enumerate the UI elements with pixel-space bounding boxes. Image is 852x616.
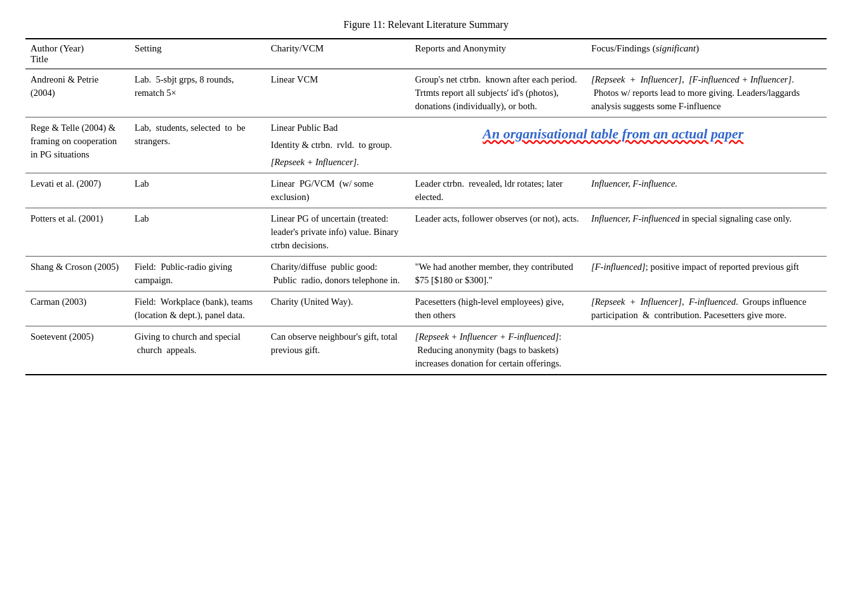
cell-reports: Leader ctrbn. revealed, ldr rotates; lat… (410, 173, 587, 208)
cell-setting: Field: Workplace (bank), teams (location… (130, 291, 266, 326)
cell-setting: Field: Public-radio giving campaign. (130, 257, 266, 291)
cell-focus: Influencer, F-influenced in special sign… (586, 208, 827, 257)
table-row: Potters et al. (2001) Lab Linear PG of u… (25, 208, 827, 257)
cell-setting: Lab. 5-sbjt grps, 8 rounds, rematch 5× (130, 69, 266, 117)
cell-charity-overlay: Linear Public Bad Identity & ctrbn. rvld… (266, 117, 827, 173)
cell-charity: Charity/diffuse public good: Public radi… (266, 257, 410, 291)
col-header-setting: Setting (130, 39, 266, 69)
cell-charity: Charity (United Way). (266, 291, 410, 326)
table-row: Andreoni & Petrie (2004) Lab. 5-sbjt grp… (25, 69, 827, 117)
cell-author: Shang & Croson (2005) (25, 257, 130, 291)
cell-author: Levati et al. (2007) (25, 173, 130, 208)
cell-reports: "We had another member, they contributed… (410, 257, 587, 291)
cell-setting: Giving to church and special church appe… (130, 326, 266, 375)
cell-focus: [Repseek + Influencer], [F-influenced + … (586, 69, 827, 117)
table-row: Shang & Croson (2005) Field: Public-radi… (25, 257, 827, 291)
col-header-charity: Charity/VCM (266, 39, 410, 69)
cell-author: Soetevent (2005) (25, 326, 130, 375)
overlay-annotation: An organisational table from an actual p… (483, 126, 743, 142)
table-row: Levati et al. (2007) Lab Linear PG/VCM (… (25, 173, 827, 208)
table-row: Rege & Telle (2004) & framing on coopera… (25, 117, 827, 173)
cell-author: Carman (2003) (25, 291, 130, 326)
cell-focus-text: [Repseek + Influencer]. (271, 156, 392, 169)
figure-title: Figure 11: Relevant Literature Summary (25, 19, 827, 30)
cell-reports: Pacesetters (high-level employees) give,… (410, 291, 587, 326)
table-header-row: Author (Year)Title Setting Charity/VCM R… (25, 39, 827, 69)
cell-focus: Influencer, F-influence. (586, 173, 827, 208)
cell-setting: Lab (130, 173, 266, 208)
cell-reports-text: Identity & ctrbn. rvld. to group. (271, 138, 392, 152)
col-header-reports: Reports and Anonymity (410, 39, 587, 69)
cell-charity-text: Linear Public Bad (271, 121, 392, 135)
cell-author: Rege & Telle (2004) & framing on coopera… (25, 117, 130, 173)
cell-reports: [Repseek + Influencer + F-influenced]: R… (410, 326, 587, 375)
cell-charity: Can observe neighbour's gift, total prev… (266, 326, 410, 375)
literature-table: Author (Year)Title Setting Charity/VCM R… (25, 38, 827, 375)
cell-author: Andreoni & Petrie (2004) (25, 69, 130, 117)
cell-focus: [Repseek + Influencer], F-influenced. Gr… (586, 291, 827, 326)
col-header-focus: Focus/Findings (significant) (586, 39, 827, 69)
cell-charity: Linear VCM (266, 69, 410, 117)
cell-setting: Lab, students, selected to be strangers. (130, 117, 266, 173)
cell-reports: Leader acts, follower observes (or not),… (410, 208, 587, 257)
cell-setting: Lab (130, 208, 266, 257)
col-header-author: Author (Year)Title (25, 39, 130, 69)
cell-focus: [F-influenced]; positive impact of repor… (586, 257, 827, 291)
table-row: Carman (2003) Field: Workplace (bank), t… (25, 291, 827, 326)
cell-focus (586, 326, 827, 375)
cell-reports: Group's net ctrbn. known after each peri… (410, 69, 587, 117)
cell-author: Potters et al. (2001) (25, 208, 130, 257)
table-row: Soetevent (2005) Giving to church and sp… (25, 326, 827, 375)
cell-charity: Linear PG/VCM (w/ some exclusion) (266, 173, 410, 208)
cell-charity: Linear PG of uncertain (treated: leader'… (266, 208, 410, 257)
